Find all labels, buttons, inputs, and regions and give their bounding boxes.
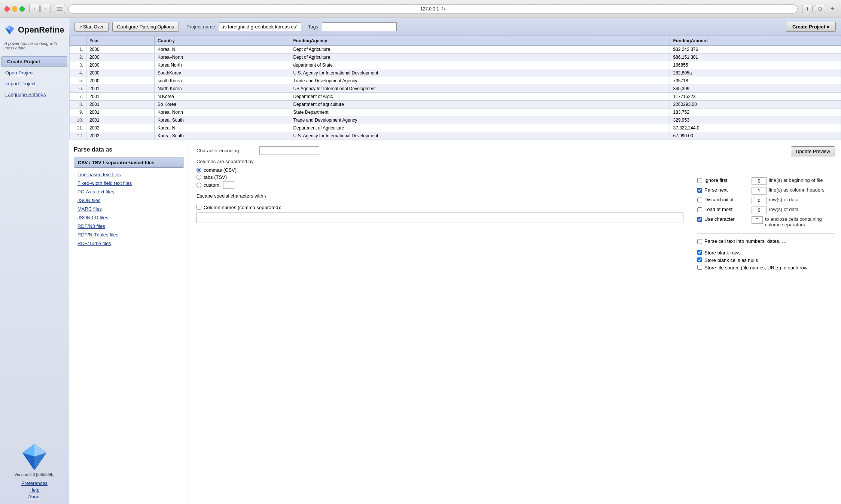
radio-custom[interactable]: custom: <box>196 181 683 189</box>
help-link[interactable]: Help <box>30 487 40 493</box>
url-bar[interactable]: 127.0.0.1 ↻ <box>68 4 798 13</box>
table-row: 3. 2000 Korea North department of State … <box>70 61 841 69</box>
load-at-most-num[interactable] <box>752 207 767 214</box>
parse-next-checkbox[interactable] <box>697 188 702 193</box>
parse-format-csv[interactable]: CSV / TSV / separator-based files <box>74 158 184 168</box>
parse-format-json[interactable]: JSON files <box>74 196 184 204</box>
table-row: 10. 2001 Korea, South Trade and Developm… <box>70 116 841 124</box>
row-amount-cell: 166855 <box>670 61 841 69</box>
parse-next-label: Parse next <box>704 187 749 193</box>
use-char-checkbox[interactable] <box>697 217 702 222</box>
row-agency-cell: U.S. Agency for International Developmen… <box>290 69 670 77</box>
about-link[interactable]: About <box>28 494 41 500</box>
row-country-cell: Korea–North <box>154 54 290 61</box>
escape-row: Escape special characters with \ <box>196 193 683 199</box>
parse-title: Parse data as <box>74 146 184 153</box>
row-amount-cell: $32 242 376 <box>670 46 841 54</box>
sidebar-item-import-project[interactable]: Import Project <box>0 79 69 89</box>
row-country-cell: SouthKorea <box>154 69 290 77</box>
parse-middle-panel: Character encoding Columns are separated… <box>189 140 691 504</box>
row-num-cell: 12. <box>70 132 86 140</box>
col-names-label: Column names (comma separated): <box>204 205 281 210</box>
refresh-button[interactable]: ↻ <box>441 6 445 12</box>
row-agency-cell: U.S. Agency for International Developmen… <box>290 132 670 140</box>
parse-format-line-based[interactable]: Line-based text files <box>74 171 184 178</box>
row-amount-cell: 67,990.00 <box>670 132 841 140</box>
row-country-cell: So Korea <box>154 101 290 109</box>
sidebar-item-language-settings[interactable]: Language Settings <box>0 89 69 100</box>
char-encoding-input[interactable] <box>259 146 319 155</box>
tags-input[interactable] <box>322 22 397 31</box>
configure-parsing-button[interactable]: Configure Parsing Options <box>112 22 179 32</box>
table-row: 4. 2000 SouthKorea U.S. Agency for Inter… <box>70 69 841 77</box>
parse-format-rdf-n3[interactable]: RDF/N3 files <box>74 222 184 230</box>
store-file-source-checkbox[interactable] <box>697 265 702 270</box>
row-year-cell: 2001 <box>86 116 155 124</box>
share-button[interactable]: ⬆ <box>802 5 813 13</box>
row-country-cell: Korea, South <box>154 132 290 140</box>
project-name-input[interactable] <box>219 22 301 31</box>
parse-format-marc[interactable]: MARC files <box>74 205 184 213</box>
row-year-cell: 2001 <box>86 109 155 116</box>
update-preview-button[interactable]: Update Preview <box>791 146 835 156</box>
table-row: 5. 2000 south Korea Trade and Developmen… <box>70 77 841 85</box>
parse-area: Parse data as CSV / TSV / separator-base… <box>69 140 841 504</box>
col-names-checkbox-row: Column names (comma separated): <box>196 205 683 210</box>
store-blank-cells-checkbox[interactable] <box>697 257 702 262</box>
col-names-checkbox[interactable] <box>196 205 201 210</box>
store-blank-cells-label: Store blank cells as nulls <box>704 257 758 263</box>
use-char-input[interactable] <box>752 216 763 224</box>
ignore-first-num[interactable] <box>752 177 767 185</box>
table-header-row: Year Country FundingAgency FundingAmount <box>70 36 841 46</box>
sidebar-footer: Version 3.3 [58b839b] Preferences Help A… <box>0 438 69 504</box>
store-blank-rows-row: Store blank rows <box>697 250 835 256</box>
row-country-cell: Korea North <box>154 61 290 69</box>
parse-format-json-ld[interactable]: JSON-LD files <box>74 214 184 222</box>
ignore-first-checkbox[interactable] <box>697 178 702 183</box>
parse-cell-text-label: Parse cell text into numbers, dates, … <box>704 238 787 244</box>
row-amount-cell: 37,322,244.0 <box>670 124 841 132</box>
table-row: 6. 2001 North Korea US Agency for Intern… <box>70 85 841 93</box>
traffic-lights <box>4 6 25 12</box>
sidebar-item-open-project[interactable]: Open Project <box>0 68 69 78</box>
custom-separator-input[interactable] <box>223 181 234 189</box>
minimize-button[interactable] <box>12 6 17 12</box>
parse-format-fixed-width[interactable]: Fixed-width field text files <box>74 179 184 187</box>
preferences-link[interactable]: Preferences <box>21 480 48 486</box>
add-tab-icon[interactable]: + <box>828 5 837 13</box>
col-names-input[interactable] <box>196 213 683 223</box>
table-row: 1. 2000 Korea, N Dept of Agriculture $32… <box>70 46 841 54</box>
discard-initial-desc: row(s) of data <box>769 197 798 202</box>
create-project-button[interactable]: Create Project » <box>786 22 836 32</box>
parse-format-pc-axis[interactable]: PC-Axis text files <box>74 188 184 196</box>
row-year-cell: 2002 <box>86 132 155 140</box>
radio-tabs[interactable]: tabs (TSV) <box>196 174 683 180</box>
row-year-cell: 2002 <box>86 124 155 132</box>
radio-commas[interactable]: commas (CSV) <box>196 167 683 173</box>
row-country-cell: Korea, South <box>154 116 290 124</box>
maximize-button[interactable] <box>19 6 25 12</box>
new-tab-button[interactable]: ⊡ <box>815 5 825 13</box>
version-text: Version 3.3 [58b839b] <box>14 472 54 477</box>
forward-button[interactable]: › <box>40 5 51 13</box>
parse-cell-text-checkbox[interactable] <box>697 239 702 244</box>
back-button[interactable]: ‹ <box>29 5 40 13</box>
parse-format-rdf-turtle[interactable]: RDF/Turtle files <box>74 239 184 247</box>
col-header-agency: FundingAgency <box>290 36 670 46</box>
parse-cell-row: Parse cell text into numbers, dates, … <box>697 233 835 244</box>
parse-next-num[interactable] <box>752 187 767 195</box>
sidebar-toggle-button[interactable] <box>54 5 65 13</box>
discard-initial-checkbox[interactable] <box>697 198 702 202</box>
row-year-cell: 2000 <box>86 54 155 61</box>
start-over-button[interactable]: « Start Over <box>74 22 109 32</box>
load-at-most-checkbox[interactable] <box>697 207 702 212</box>
data-table: Year Country FundingAgency FundingAmount… <box>69 36 841 140</box>
row-amount-cell: 345,399 <box>670 85 841 93</box>
store-blank-rows-checkbox[interactable] <box>697 250 702 255</box>
row-num-cell: 8. <box>70 101 86 109</box>
close-button[interactable] <box>4 6 10 12</box>
sidebar-item-create-project[interactable]: Create Project <box>1 56 67 67</box>
parse-format-rdf-ntriples[interactable]: RDF/N-Triples files <box>74 231 184 239</box>
update-preview-area: Update Preview <box>697 146 835 162</box>
discard-initial-num[interactable] <box>752 197 767 204</box>
